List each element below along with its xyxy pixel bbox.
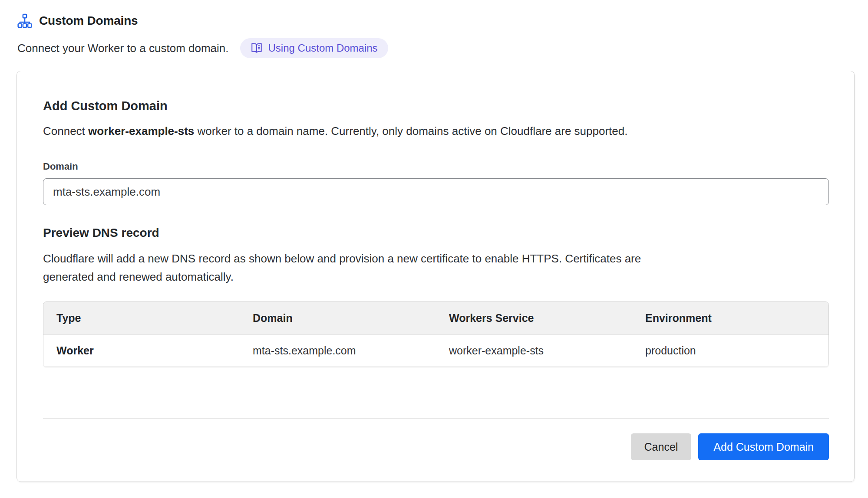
page-header: Custom Domains Connect your Worker to a … (0, 0, 868, 58)
column-header-workers-service: Workers Service (436, 302, 632, 335)
subtitle-row: Connect your Worker to a custom domain. … (17, 38, 855, 58)
page-title: Custom Domains (39, 14, 138, 28)
add-custom-domain-card: Add Custom Domain Connect worker-example… (17, 71, 855, 482)
cell-workers-service: worker-example-sts (436, 335, 632, 367)
page-subtitle: Connect your Worker to a custom domain. (17, 42, 229, 55)
card-actions: Cancel Add Custom Domain (43, 433, 829, 460)
preview-dns-description: Cloudflare will add a new DNS record as … (43, 249, 681, 286)
intro-prefix: Connect (43, 124, 88, 138)
column-header-type: Type (43, 302, 240, 335)
docs-link-label: Using Custom Domains (268, 42, 378, 54)
sitemap-icon (17, 13, 32, 28)
cell-domain: mta-sts.example.com (240, 335, 436, 367)
table-row: Worker mta-sts.example.com worker-exampl… (43, 335, 828, 367)
add-custom-domain-button[interactable]: Add Custom Domain (698, 433, 829, 460)
domain-input[interactable] (43, 178, 829, 205)
preview-dns-heading: Preview DNS record (43, 226, 829, 240)
docs-link-badge[interactable]: Using Custom Domains (240, 38, 388, 58)
cell-type: Worker (43, 335, 240, 367)
table-header-row: Type Domain Workers Service Environment (43, 302, 828, 335)
intro-suffix: worker to a domain name. Currently, only… (194, 124, 627, 138)
open-book-icon (251, 42, 263, 54)
cancel-button[interactable]: Cancel (631, 433, 692, 460)
footer-divider (43, 418, 829, 419)
title-row: Custom Domains (17, 13, 855, 29)
worker-name: worker-example-sts (88, 124, 194, 138)
cell-environment: production (632, 335, 828, 367)
domain-field-label: Domain (43, 161, 829, 172)
dns-record-table: Type Domain Workers Service Environment … (43, 301, 829, 367)
column-header-environment: Environment (632, 302, 828, 335)
card-intro: Connect worker-example-sts worker to a d… (43, 124, 829, 138)
column-header-domain: Domain (240, 302, 436, 335)
card-heading: Add Custom Domain (43, 71, 829, 113)
